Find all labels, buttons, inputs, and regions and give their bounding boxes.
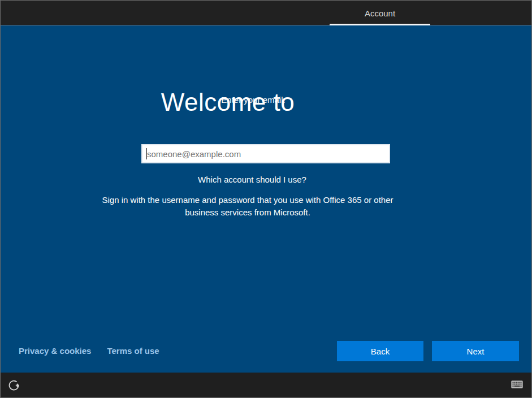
tab-account[interactable]: Account — [330, 1, 430, 25]
keyboard-icon[interactable] — [511, 380, 523, 388]
email-field-wrapper — [141, 144, 390, 163]
signin-description: Sign in with the username and password t… — [95, 194, 400, 219]
page-subtitle: Enter your email. — [1, 95, 506, 105]
back-button[interactable]: Back — [337, 341, 423, 361]
email-input[interactable] — [141, 144, 390, 163]
oobe-account-screen: Account Welcome to Enter your email. Whi… — [0, 0, 532, 398]
main-content: Welcome to Enter your email. Which accou… — [1, 26, 532, 374]
next-button[interactable]: Next — [432, 341, 519, 361]
footer-links: Privacy & cookies Terms of use — [19, 346, 159, 356]
tab-account-label: Account — [365, 8, 395, 18]
topbar: Account — [1, 1, 531, 25]
terms-of-use-link[interactable]: Terms of use — [107, 346, 159, 356]
which-account-link[interactable]: Which account should I use? — [1, 175, 504, 184]
tab-active-underline — [330, 24, 430, 25]
privacy-cookies-link[interactable]: Privacy & cookies — [19, 346, 91, 356]
ease-of-access-icon[interactable] — [8, 379, 20, 391]
bottombar — [1, 373, 531, 397]
